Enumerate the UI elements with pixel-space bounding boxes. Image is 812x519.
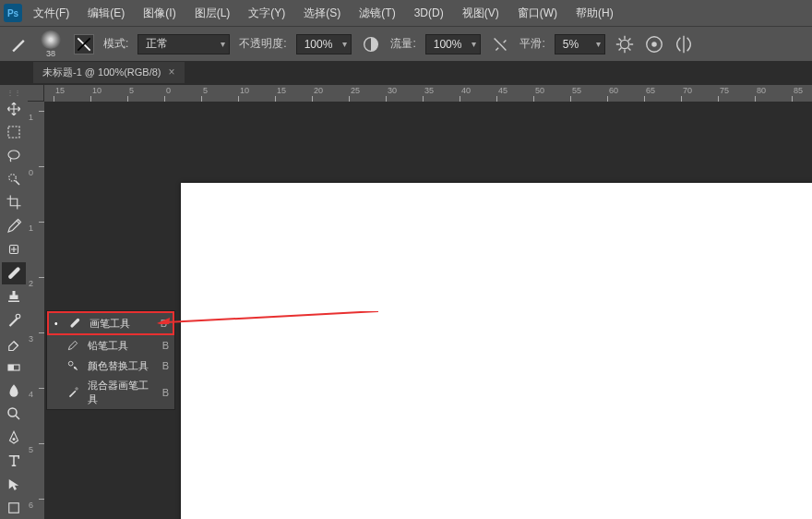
gradient-tool[interactable] xyxy=(2,356,26,378)
menu-view[interactable]: 视图(V) xyxy=(455,2,507,25)
svg-point-11 xyxy=(8,408,17,416)
brush-flyout: • 画笔工具 B 铅笔工具 B 颜色替换工具 B 混合器画笔工具 B xyxy=(46,310,175,410)
flyout-brush-key: B xyxy=(161,318,167,329)
app-logo[interactable]: Ps xyxy=(4,4,22,22)
pen-tool[interactable] xyxy=(2,427,26,448)
flyout-color-replace[interactable]: 颜色替换工具 B xyxy=(47,356,174,376)
quick-select-tool[interactable] xyxy=(2,168,26,189)
svg-point-3 xyxy=(651,42,657,47)
flyout-active-dot: • xyxy=(54,319,60,329)
svg-point-1 xyxy=(620,40,628,48)
svg-point-6 xyxy=(9,175,17,182)
type-tool[interactable] xyxy=(2,451,26,472)
flyout-pencil-key: B xyxy=(162,340,169,351)
pressure-opacity-icon[interactable] xyxy=(361,34,381,54)
menu-file[interactable]: 文件(F) xyxy=(26,2,77,25)
brush-preview-circle xyxy=(40,30,62,49)
document-tab[interactable]: 未标题-1 @ 100%(RGB/8) × xyxy=(33,62,185,85)
flyout-brush[interactable]: • 画笔工具 B xyxy=(47,311,174,335)
menu-layer[interactable]: 图层(L) xyxy=(187,2,238,25)
smooth-dropdown[interactable]: 5% xyxy=(555,34,605,54)
svg-point-16 xyxy=(76,388,78,390)
flyout-color-replace-label: 颜色替换工具 xyxy=(88,359,155,373)
ruler-vertical[interactable]: 10123456 xyxy=(28,102,44,519)
svg-point-5 xyxy=(8,151,19,159)
stamp-tool[interactable] xyxy=(2,286,26,308)
crop-tool[interactable] xyxy=(2,192,26,213)
menu-filter[interactable]: 滤镜(T) xyxy=(352,2,402,25)
flyout-color-replace-key: B xyxy=(162,360,169,371)
svg-point-12 xyxy=(13,438,16,441)
canvas-area: 151050510152025303540455055606570758085 … xyxy=(28,85,812,519)
eraser-tool[interactable] xyxy=(2,332,26,354)
flyout-pencil[interactable]: 铅笔工具 B xyxy=(47,335,174,356)
brush-size-label: 38 xyxy=(46,49,55,58)
flyout-brush-label: 画笔工具 xyxy=(90,317,153,331)
options-bar: 38 模式: 正常 不透明度: 100% 流量: 100% 平滑: 5% xyxy=(0,26,812,61)
gear-icon[interactable] xyxy=(615,34,635,54)
eyedropper-tool[interactable] xyxy=(2,215,26,236)
menu-window[interactable]: 窗口(W) xyxy=(510,2,565,25)
symmetry-icon[interactable] xyxy=(674,34,694,54)
menu-edit[interactable]: 编辑(E) xyxy=(80,2,132,25)
smooth-label: 平滑: xyxy=(519,36,544,52)
main-area: ⋮⋮ 1510505101520253035404550556065707580… xyxy=(0,85,812,519)
lasso-tool[interactable] xyxy=(2,145,26,166)
pressure-toggle[interactable] xyxy=(74,34,94,54)
airbrush-icon[interactable] xyxy=(490,34,510,54)
menu-bar: Ps 文件(F) 编辑(E) 图像(I) 图层(L) 文字(Y) 选择(S) 滤… xyxy=(0,0,812,26)
tab-title: 未标题-1 @ 100%(RGB/8) xyxy=(42,66,161,79)
menu-3d[interactable]: 3D(D) xyxy=(407,3,451,23)
move-tool[interactable] xyxy=(2,98,26,119)
mixer-brush-icon xyxy=(66,385,80,400)
opacity-dropdown[interactable]: 100% xyxy=(296,34,352,54)
menu-select[interactable]: 选择(S) xyxy=(296,2,348,25)
menu-image[interactable]: 图像(I) xyxy=(136,2,183,25)
brush-tool[interactable] xyxy=(2,262,26,284)
toolbar-grip[interactable]: ⋮⋮ xyxy=(2,89,26,96)
tab-bar: 未标题-1 @ 100%(RGB/8) × xyxy=(0,61,812,85)
brush-preview[interactable]: 38 xyxy=(37,30,65,58)
mode-dropdown[interactable]: 正常 xyxy=(137,34,230,54)
blur-tool[interactable] xyxy=(2,380,26,401)
svg-point-8 xyxy=(16,314,20,319)
svg-rect-13 xyxy=(9,503,19,513)
svg-point-14 xyxy=(68,361,73,366)
pencil-icon xyxy=(66,338,80,353)
flow-label: 流量: xyxy=(390,36,415,52)
marquee-tool[interactable] xyxy=(2,121,26,142)
flyout-mixer-key: B xyxy=(162,387,169,398)
svg-point-15 xyxy=(74,367,76,368)
menu-help[interactable]: 帮助(H) xyxy=(568,2,621,25)
pressure-size-icon[interactable] xyxy=(644,34,664,54)
mode-label: 模式: xyxy=(103,36,128,52)
shape-tool[interactable] xyxy=(2,497,26,518)
toolbar: ⋮⋮ xyxy=(0,85,28,519)
flyout-mixer-label: 混合器画笔工具 xyxy=(88,379,155,406)
tab-close-icon[interactable]: × xyxy=(169,66,175,78)
healing-tool[interactable] xyxy=(2,239,26,260)
menu-type[interactable]: 文字(Y) xyxy=(241,2,293,25)
opacity-label: 不透明度: xyxy=(239,36,286,52)
flyout-mixer-brush[interactable]: 混合器画笔工具 B xyxy=(47,376,174,409)
path-select-tool[interactable] xyxy=(2,474,26,495)
flyout-pencil-label: 铅笔工具 xyxy=(88,339,155,353)
color-replace-icon xyxy=(66,358,80,373)
ruler-corner[interactable] xyxy=(28,85,44,102)
dodge-tool[interactable] xyxy=(2,404,26,425)
history-brush-tool[interactable] xyxy=(2,309,26,331)
ruler-horizontal[interactable]: 151050510152025303540455055606570758085 xyxy=(44,85,812,102)
brush-icon xyxy=(67,316,82,331)
svg-rect-4 xyxy=(8,127,19,138)
svg-rect-10 xyxy=(8,365,14,370)
tool-preset-icon[interactable] xyxy=(9,35,28,54)
canvas[interactable] xyxy=(181,183,812,519)
flow-dropdown[interactable]: 100% xyxy=(425,34,482,54)
